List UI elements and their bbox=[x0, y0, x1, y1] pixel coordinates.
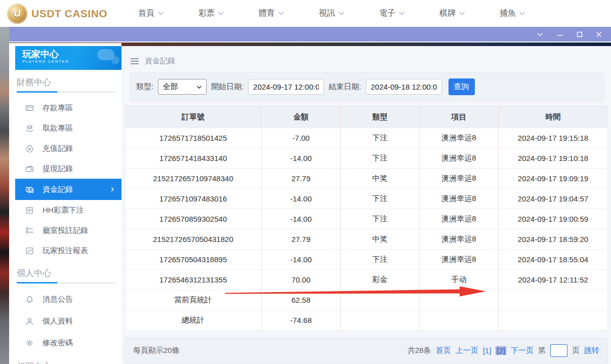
maximize-icon[interactable] bbox=[577, 31, 583, 37]
table-cell: 澳洲幸运8 bbox=[420, 209, 499, 229]
end-date-input[interactable] bbox=[366, 79, 442, 95]
chevron-down-icon bbox=[157, 11, 164, 16]
nav-item-label: 捕魚 bbox=[500, 8, 516, 19]
collapse-icon[interactable] bbox=[537, 32, 544, 37]
background-photo-strip bbox=[0, 27, 9, 364]
sidebar-item-player-bet-report[interactable]: 玩家投注報表 bbox=[9, 240, 121, 261]
jump-label-after: 页 bbox=[572, 346, 580, 355]
sidebar-item-funds-record[interactable]: 資金記錄 bbox=[15, 179, 121, 200]
section-title-finance-center: 財務中心 bbox=[17, 76, 121, 88]
table-cell: 下注 bbox=[341, 148, 420, 169]
table-cell: 澳洲幸运8 bbox=[420, 250, 499, 270]
nav-item-fishing[interactable]: 捕魚 bbox=[482, 0, 543, 27]
sidebar-item-change-password[interactable]: 修改密碼 bbox=[9, 332, 121, 354]
circle-decoration bbox=[111, 56, 119, 64]
sidebar-item-recharge-record[interactable]: 充值記錄 bbox=[9, 138, 121, 158]
table-cell: 1726570859302540 bbox=[125, 209, 262, 229]
section-underline bbox=[17, 282, 115, 284]
sidebar-item-profile[interactable]: 個人資料 bbox=[9, 310, 121, 332]
section-underline bbox=[17, 92, 115, 93]
chevron-down-icon bbox=[459, 11, 465, 16]
funds-icon bbox=[25, 185, 34, 194]
nav-item-live-video[interactable]: 視訊 bbox=[302, 0, 362, 27]
sidebar-item-hh-lottery-bet[interactable]: HH彩票下注 bbox=[9, 200, 121, 220]
summary-value: 62.58 bbox=[262, 290, 341, 310]
type-select[interactable]: 全部 bbox=[158, 79, 207, 95]
summary-row: 當前頁統計62.58 bbox=[125, 290, 608, 310]
sidebar-item-room-bet-record[interactable]: 廳室投註記錄 bbox=[9, 220, 121, 240]
table-cell: 澳洲幸运8 bbox=[420, 148, 499, 169]
prev-page-link[interactable]: 上一页 bbox=[456, 346, 478, 355]
first-page-link[interactable]: 首页 bbox=[436, 346, 451, 355]
page-1-link[interactable]: [1] bbox=[483, 346, 492, 355]
sidebar-item-cashout-record[interactable]: 提現記錄 bbox=[9, 158, 121, 179]
table-cell: 中奖 bbox=[341, 169, 420, 189]
table-cell: 1726571097483016 bbox=[125, 189, 262, 209]
chevron-down-icon bbox=[398, 11, 405, 16]
table-cell: 手动 bbox=[420, 270, 499, 290]
jump-page-input[interactable] bbox=[550, 344, 567, 357]
table-cell: 2024-09-17 19:04:57 bbox=[499, 189, 608, 209]
chevron-down-icon bbox=[519, 11, 525, 16]
column-header: 項目 bbox=[420, 106, 499, 128]
summary-label: 總統計 bbox=[125, 310, 262, 331]
next-page-link[interactable]: 下一页 bbox=[511, 346, 534, 355]
summary-value: -74.68 bbox=[262, 310, 341, 331]
cashout-icon bbox=[25, 165, 34, 173]
type-label: 類型: bbox=[136, 82, 153, 92]
main-menu: 首頁彩票體育視訊電子棋牌捕魚 bbox=[121, 0, 543, 27]
chevron-down-icon bbox=[278, 11, 284, 16]
table-row: 215217265705043182027.79中奖澳洲幸运82024-09-1… bbox=[125, 229, 608, 250]
chevron-down-icon bbox=[218, 11, 224, 16]
column-header: 時間 bbox=[499, 106, 608, 128]
logo-text: USDT CASINO bbox=[31, 8, 107, 20]
nav-item-chess-cards[interactable]: 棋牌 bbox=[422, 0, 482, 27]
chevron-right-icon bbox=[109, 186, 115, 192]
table-cell: -14.00 bbox=[262, 209, 341, 229]
sidebar-item-withdraw-area[interactable]: 取款專區 bbox=[9, 118, 121, 138]
table-row: 215217265710974834027.79中奖澳洲幸运82024-09-1… bbox=[125, 169, 608, 189]
section-title-agent-center: 代理中心 bbox=[17, 360, 121, 364]
sidebar-item-label: 玩家投注報表 bbox=[43, 246, 88, 256]
table-cell: -7.00 bbox=[262, 128, 341, 148]
start-date-input[interactable] bbox=[248, 79, 324, 95]
sidebar-item-label: 提現記錄 bbox=[43, 164, 73, 174]
menu-toggle-icon[interactable] bbox=[131, 58, 139, 64]
sidebar-item-deposit-area[interactable]: 存款專區 bbox=[9, 98, 121, 118]
breadcrumb: 資金記錄 bbox=[121, 46, 611, 68]
table-row: 1726570504318895-14.00下注澳洲幸运82024-09-17 … bbox=[125, 250, 608, 270]
bell-icon bbox=[25, 295, 34, 304]
close-icon[interactable] bbox=[596, 31, 602, 37]
window-titlebar bbox=[9, 27, 611, 42]
current-page-indicator: [2] bbox=[496, 346, 506, 355]
search-button[interactable]: 查詢 bbox=[449, 78, 475, 95]
nav-item-sports[interactable]: 體育 bbox=[241, 0, 302, 27]
column-header: 類型 bbox=[341, 106, 420, 128]
table-cell: -14.00 bbox=[262, 189, 341, 209]
nav-item-label: 首頁 bbox=[138, 8, 154, 19]
section-title-personal-center: 個人中心 bbox=[17, 267, 121, 279]
table-row: 1726571718501425-7.00下注澳洲幸运82024-09-17 1… bbox=[125, 128, 608, 148]
table-cell: 下注 bbox=[341, 209, 420, 229]
records-table-wrap: 訂單號金額類型項目時間 1726571718501425-7.00下注澳洲幸运8… bbox=[125, 106, 608, 331]
nav-item-slots[interactable]: 電子 bbox=[362, 0, 422, 27]
nav-item-lottery[interactable]: 彩票 bbox=[181, 0, 241, 27]
sidebar-item-news-announcement[interactable]: 消息公告 bbox=[9, 289, 121, 310]
report-icon bbox=[25, 247, 34, 255]
table-cell: 澳洲幸运8 bbox=[420, 128, 499, 148]
gear-icon bbox=[25, 339, 34, 347]
table-cell: 1726571718501425 bbox=[125, 128, 262, 148]
app-window: U USDT CASINO 首頁彩票體育視訊電子棋牌捕魚 玩家中心 PLAYER… bbox=[0, 0, 611, 364]
site-logo[interactable]: U USDT CASINO bbox=[7, 4, 121, 24]
table-cell: 27.79 bbox=[262, 229, 341, 250]
table-cell: 下注 bbox=[341, 128, 420, 148]
table-cell: 下注 bbox=[341, 250, 420, 270]
sidebar-item-label: 存款專區 bbox=[43, 103, 73, 113]
jump-action-link[interactable]: 跳转 bbox=[584, 346, 599, 355]
table-cell: 2024-09-17 18:55:04 bbox=[499, 250, 608, 270]
sidebar-item-label: 充值記錄 bbox=[43, 144, 73, 153]
jump-label-before: 第 bbox=[538, 346, 546, 355]
nav-item-home[interactable]: 首頁 bbox=[121, 0, 181, 27]
minimize-icon[interactable] bbox=[557, 32, 563, 37]
page-title: 資金記錄 bbox=[145, 56, 175, 66]
